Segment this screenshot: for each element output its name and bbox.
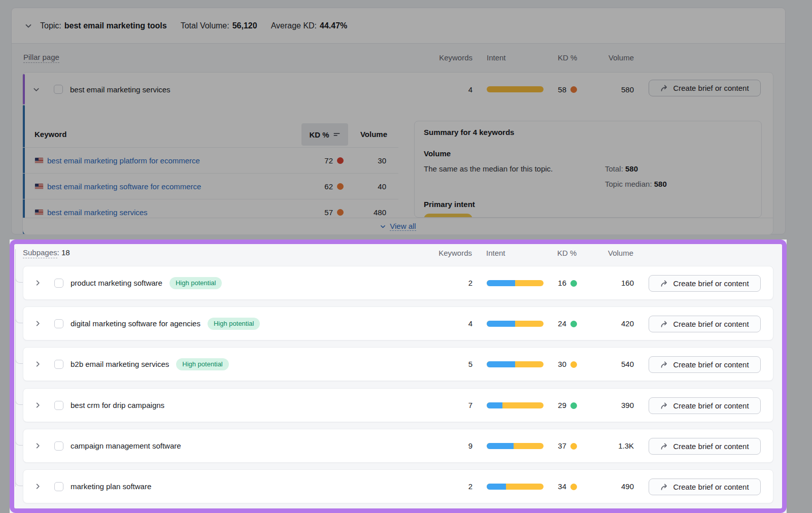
total-volume-value: 56,120	[232, 21, 257, 30]
keyword-table-header-kd-sort[interactable]: KD %	[301, 123, 348, 146]
summary-median-label: Topic median:	[605, 180, 652, 188]
pillar-title[interactable]: best email marketing services	[70, 85, 171, 94]
subpage-title[interactable]: best crm for drip campaigns	[71, 401, 164, 409]
subpage-row[interactable]: product marketing software High potentia…	[23, 266, 773, 300]
subpage-checkbox[interactable]	[54, 441, 63, 451]
create-brief-button[interactable]: Create brief or content	[649, 316, 761, 332]
expand-chevron-right-icon[interactable]	[34, 279, 42, 287]
tree-connector-elbow	[15, 397, 23, 405]
column-header-keywords: Keywords	[422, 53, 472, 62]
subpage-title[interactable]: b2b email marketing services	[71, 360, 169, 368]
intent-bar-informational	[487, 361, 515, 367]
create-brief-button[interactable]: Create brief or content	[649, 275, 761, 292]
keyword-link[interactable]: best email marketing platform for ecomme…	[47, 156, 200, 165]
create-brief-button-label: Create brief or content	[673, 401, 749, 410]
view-all-link[interactable]: View all	[390, 222, 416, 231]
column-header-keywords: Keywords	[421, 249, 472, 257]
high-potential-badge: High potential	[170, 277, 222, 289]
high-potential-badge: High potential	[208, 318, 260, 330]
pillar-expand-chevron-down-icon[interactable]	[32, 86, 40, 93]
subpage-intent-bar	[487, 361, 544, 367]
keyword-kd-value: 72	[302, 148, 333, 173]
us-flag-icon	[35, 184, 43, 189]
redo-arrow-icon	[660, 320, 668, 328]
redo-arrow-icon	[660, 483, 668, 491]
subpage-volume-value: 390	[593, 389, 634, 422]
pillar-accent-purple	[23, 74, 25, 105]
subpage-kd-value: 16	[536, 266, 566, 299]
topic-label: Topic:	[40, 21, 61, 30]
summary-total-label: Total:	[605, 164, 623, 173]
redo-arrow-icon	[660, 280, 668, 288]
create-brief-button-label: Create brief or content	[673, 279, 749, 288]
summary-volume-description: The same as the median for this topic.	[424, 164, 553, 173]
subpage-row[interactable]: b2b email marketing services High potent…	[23, 347, 773, 381]
subpage-kd-dot	[570, 280, 577, 287]
intent-bar-informational	[487, 280, 515, 286]
subpage-title[interactable]: product marketing software	[71, 279, 162, 287]
subpage-row[interactable]: best crm for drip campaigns 7 29 390 Cre…	[23, 388, 773, 422]
keyword-row[interactable]: best email marketing platform for ecomme…	[23, 147, 398, 173]
total-volume-label: Total Volume:	[181, 21, 229, 30]
subpages-count: 18	[61, 248, 70, 257]
us-flag-icon	[35, 158, 43, 163]
pillar-kd-value: 58	[536, 85, 566, 94]
average-kd-label: Average KD:	[271, 21, 317, 30]
tree-connector-elbow	[15, 356, 23, 364]
subpage-row[interactable]: marketing plan software 2 34 490 Create …	[23, 469, 773, 503]
high-potential-badge: High potential	[176, 358, 229, 370]
subpage-volume-value: 1.3K	[593, 429, 634, 462]
subpage-checkbox[interactable]	[54, 482, 63, 491]
redo-arrow-icon	[660, 84, 668, 92]
subpage-row[interactable]: digital marketing software for agencies …	[23, 306, 773, 340]
subpage-keywords-count: 7	[432, 389, 472, 422]
keyword-kd-dot	[337, 157, 344, 164]
expand-chevron-right-icon[interactable]	[34, 360, 42, 368]
expand-chevron-right-icon[interactable]	[34, 320, 42, 327]
redo-arrow-icon	[660, 442, 668, 451]
pillar-page-label[interactable]: Pillar page	[23, 53, 59, 63]
keyword-table-header-keyword: Keyword	[35, 130, 66, 139]
average-kd-value: 44.47%	[320, 21, 347, 30]
column-header-kd: KD %	[558, 53, 577, 62]
subpage-title[interactable]: marketing plan software	[71, 482, 151, 491]
keyword-row[interactable]: best email marketing software for ecomme…	[23, 173, 398, 199]
create-brief-button[interactable]: Create brief or content	[649, 397, 761, 414]
pillar-create-brief-button[interactable]: Create brief or content	[649, 80, 761, 96]
subpage-title[interactable]: campaign management software	[71, 441, 181, 450]
subpage-keywords-count: 9	[432, 429, 472, 462]
subpage-kd-value: 37	[536, 429, 566, 462]
subpage-volume-value: 490	[593, 470, 634, 503]
subpage-checkbox[interactable]	[54, 279, 63, 288]
subpages-label[interactable]: Subpages	[23, 248, 57, 258]
expand-chevron-right-icon[interactable]	[34, 483, 42, 490]
subpage-row[interactable]: campaign management software 9 37 1.3K C…	[23, 429, 773, 463]
pillar-checkbox[interactable]	[54, 85, 63, 94]
subpage-keywords-count: 2	[432, 266, 472, 299]
subpage-kd-value: 29	[536, 389, 566, 422]
subpage-kd-dot	[570, 484, 577, 490]
keyword-table-header-kd-label: KD %	[309, 130, 329, 139]
subpage-checkbox[interactable]	[54, 319, 63, 328]
column-header-volume: Volume	[583, 249, 633, 257]
expand-chevron-right-icon[interactable]	[34, 401, 42, 409]
subpage-kd-dot	[570, 321, 577, 327]
create-brief-button[interactable]: Create brief or content	[649, 438, 761, 455]
tree-connector-elbow	[15, 315, 23, 323]
keyword-link[interactable]: best email marketing software for ecomme…	[47, 182, 201, 191]
create-brief-button[interactable]: Create brief or content	[649, 356, 761, 373]
subpage-keywords-count: 4	[432, 307, 472, 340]
collapse-topic-chevron-down-icon[interactable]	[24, 22, 32, 30]
subpage-title[interactable]: digital marketing software for agencies	[71, 319, 200, 328]
expand-chevron-right-icon[interactable]	[34, 442, 42, 450]
subpage-checkbox[interactable]	[54, 360, 63, 369]
subpage-checkbox[interactable]	[54, 401, 63, 410]
redo-arrow-icon	[660, 402, 668, 410]
create-brief-button-label: Create brief or content	[673, 84, 749, 92]
pillar-row-panel: best email marketing services 4 58 580 C…	[22, 72, 773, 234]
pillar-keywords-count: 4	[432, 85, 472, 94]
create-brief-button-label: Create brief or content	[673, 360, 749, 369]
create-brief-button[interactable]: Create brief or content	[649, 478, 761, 495]
subpage-intent-bar	[487, 280, 544, 286]
keyword-link[interactable]: best email marketing services	[47, 208, 148, 217]
